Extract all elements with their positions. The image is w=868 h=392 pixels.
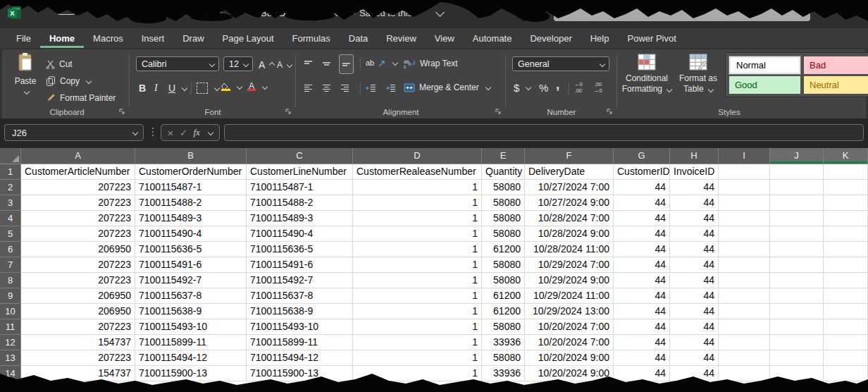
cell-G14[interactable]: 44	[614, 366, 670, 381]
cell-D7[interactable]: 1	[353, 257, 482, 273]
row-header-8[interactable]: 8	[0, 273, 21, 288]
column-header-F[interactable]: F	[525, 148, 614, 164]
style-bad[interactable]: Bad	[804, 56, 868, 74]
cell-H5[interactable]: 44	[670, 226, 719, 242]
cell-A2[interactable]: 207223	[21, 180, 135, 195]
cell-K6[interactable]	[824, 242, 868, 257]
cell-B5[interactable]: 7100115490-4	[135, 226, 247, 242]
cut-button[interactable]: Cut	[46, 56, 73, 72]
cell-E3[interactable]: 58080	[482, 195, 525, 211]
cell-A13[interactable]: 207223	[21, 350, 135, 366]
cell-F9[interactable]: 10/29/2024 11:00	[525, 288, 614, 304]
autosave-toggle[interactable]	[55, 4, 78, 15]
cell-J3[interactable]	[770, 195, 824, 211]
underline-button[interactable]: U	[168, 80, 187, 96]
tab-home[interactable]: Home	[40, 28, 84, 48]
formula-bar-grip[interactable]	[152, 128, 154, 136]
cell-J5[interactable]	[770, 226, 824, 242]
cell-I3[interactable]	[719, 195, 770, 211]
tab-formulas[interactable]: Formulas	[283, 28, 340, 48]
cell-G11[interactable]: 44	[614, 319, 670, 335]
number-dialog-launcher-icon[interactable]	[606, 108, 613, 115]
cell-C1[interactable]: CustomerLineNumber	[247, 164, 353, 180]
accounting-format-button[interactable]: $	[514, 80, 531, 95]
cell-F14[interactable]: 10/20/2024 9:00	[525, 366, 614, 381]
select-all-button[interactable]	[0, 148, 21, 164]
cell-K9[interactable]	[824, 288, 868, 304]
cell-A12[interactable]: 154737	[21, 335, 135, 350]
style-neutral[interactable]: Neutral	[804, 76, 868, 94]
column-header-E[interactable]: E	[482, 148, 525, 164]
cell-A14[interactable]: 154737	[21, 366, 135, 381]
cell-K4[interactable]	[824, 211, 868, 226]
style-good[interactable]: Good	[729, 76, 800, 94]
cell-K7[interactable]	[824, 257, 868, 273]
cell-I4[interactable]	[719, 211, 770, 226]
column-header-G[interactable]: G	[614, 148, 670, 164]
align-bottom-button[interactable]	[339, 54, 354, 74]
cell-D9[interactable]: 1	[353, 288, 482, 304]
decrease-indent-button[interactable]	[366, 80, 376, 96]
cell-B1[interactable]: CustomerOrderNumber	[135, 164, 247, 180]
name-box[interactable]: J26	[4, 124, 144, 141]
cell-C3[interactable]: 7100115488-2	[247, 195, 353, 211]
cell-F6[interactable]: 10/28/2024 11:00	[525, 242, 614, 257]
cell-J7[interactable]	[770, 257, 824, 273]
tab-developer[interactable]: Developer	[521, 28, 581, 48]
cell-E9[interactable]: 61200	[482, 288, 525, 304]
cell-E5[interactable]: 58080	[482, 226, 525, 242]
italic-button[interactable]: I	[154, 80, 158, 96]
cell-B7[interactable]: 7100115491-6	[135, 257, 247, 273]
cell-C7[interactable]: 7100115491-6	[247, 257, 353, 273]
clipboard-dialog-launcher-icon[interactable]	[118, 108, 125, 115]
cell-H14[interactable]: 44	[670, 366, 719, 381]
tab-automate[interactable]: Automate	[464, 28, 521, 48]
cell-B12[interactable]: 7100115899-11	[135, 335, 247, 350]
increase-decimal-button[interactable]: ←0.00	[574, 80, 583, 96]
cell-G1[interactable]: CustomerID	[614, 164, 670, 180]
font-size-combobox[interactable]: 12	[223, 56, 253, 71]
cell-I13[interactable]	[719, 350, 770, 366]
tab-data[interactable]: Data	[340, 28, 377, 48]
cell-A5[interactable]: 207223	[21, 226, 135, 242]
cell-C2[interactable]: 7100115487-1	[247, 180, 353, 195]
cell-I9[interactable]	[719, 288, 770, 304]
cell-F12[interactable]: 10/20/2024 7:00	[525, 335, 614, 350]
cell-J11[interactable]	[770, 319, 824, 335]
cell-J8[interactable]	[770, 273, 824, 288]
row-header-2[interactable]: 2	[0, 180, 21, 195]
cell-G3[interactable]: 44	[614, 195, 670, 211]
cell-H13[interactable]: 44	[670, 350, 719, 366]
formula-input[interactable]	[224, 124, 864, 141]
cell-D2[interactable]: 1	[353, 180, 482, 195]
cell-A11[interactable]: 207223	[21, 319, 135, 335]
cell-I12[interactable]	[719, 335, 770, 350]
cell-F2[interactable]: 10/27/2024 7:00	[525, 180, 614, 195]
copy-button[interactable]: Copy	[46, 73, 91, 89]
cell-B10[interactable]: 7100115638-9	[135, 304, 247, 319]
row-header-12[interactable]: 12	[0, 335, 21, 350]
column-header-A[interactable]: A	[21, 148, 135, 164]
row-header-4[interactable]: 4	[0, 211, 21, 226]
cell-F4[interactable]: 10/28/2024 7:00	[525, 211, 614, 226]
cell-E14[interactable]: 33936	[482, 366, 525, 381]
cell-K1[interactable]	[824, 164, 868, 180]
increase-indent-button[interactable]	[385, 80, 396, 96]
cell-A10[interactable]: 206950	[21, 304, 135, 319]
cell-F5[interactable]: 10/28/2024 9:00	[525, 226, 614, 242]
column-header-D[interactable]: D	[353, 148, 482, 164]
merge-center-button[interactable]: Merge & Center	[404, 80, 490, 95]
cell-H1[interactable]: InvoiceID	[670, 164, 719, 180]
align-right-button[interactable]	[340, 80, 349, 96]
cell-E1[interactable]: Quantity	[482, 164, 525, 180]
cell-J10[interactable]	[770, 304, 824, 319]
font-dialog-launcher-icon[interactable]	[285, 108, 292, 115]
row-header-1[interactable]: 1	[0, 164, 21, 180]
row-header-10[interactable]: 10	[0, 304, 21, 319]
cell-J13[interactable]	[770, 350, 824, 366]
cell-H10[interactable]: 44	[670, 304, 719, 319]
cell-I10[interactable]	[719, 304, 770, 319]
tab-power-pivot[interactable]: Power Pivot	[618, 28, 685, 48]
cell-D13[interactable]: 1	[353, 350, 482, 366]
cell-E10[interactable]: 61200	[482, 304, 525, 319]
